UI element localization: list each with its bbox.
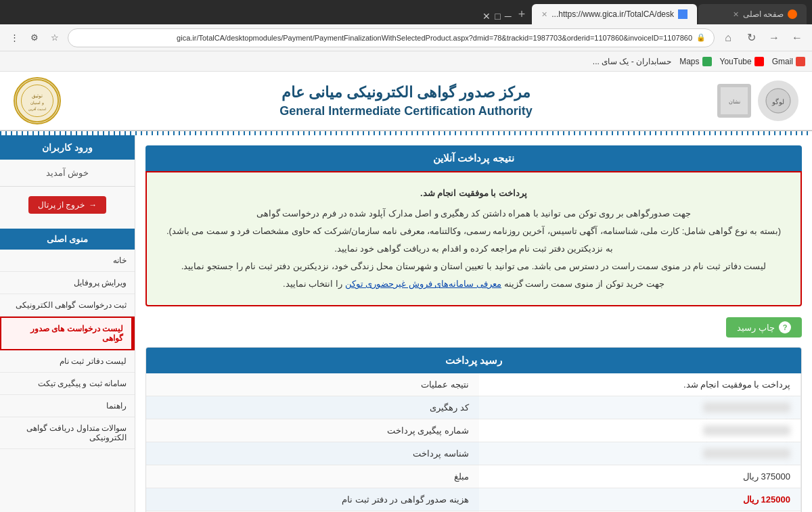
sidebar-logout-area: → خروج از پرتال bbox=[0, 187, 135, 223]
result-line6: جهت خرید توکن از منوی سمت راست گزینه معر… bbox=[160, 275, 787, 293]
tab2-label: https://www.gica.ir/TotalCA/desk... bbox=[551, 9, 674, 19]
bookmarks-bar: Gmail YouTube Maps حسابداران - یک سای ..… bbox=[0, 51, 812, 72]
cell-label: مبلغ bbox=[146, 465, 479, 488]
tab-2[interactable]: https://www.gica.ir/TotalCA/desk... ✕ bbox=[532, 4, 697, 24]
sidebar-link-home[interactable]: خانه bbox=[0, 250, 135, 271]
forward-button[interactable]: → bbox=[765, 28, 784, 47]
youtube-icon bbox=[754, 57, 764, 66]
main-layout: نتیجه پرداخت آنلاین پرداخت با موفقیت انج… bbox=[0, 135, 812, 512]
svg-text:نشان: نشان bbox=[729, 99, 740, 105]
site-title-en: General Intermediate Certification Autho… bbox=[95, 104, 717, 118]
cell-label: کد رهگیری bbox=[146, 396, 479, 419]
secondary-logo: نشان bbox=[717, 84, 751, 118]
nav-actions: ☆ ⚙ ⋮ bbox=[5, 29, 64, 47]
sidebar-item-profile[interactable]: ویرایش پروفایل bbox=[0, 272, 135, 294]
table-row: 375000 ریال مبلغ bbox=[146, 465, 801, 488]
refresh-button[interactable]: ↻ bbox=[742, 28, 761, 47]
sidebar-link-cert-list[interactable]: لیست درخواست های صدور گواهی bbox=[1, 318, 133, 349]
tab1-label: صفحه اصلی bbox=[743, 9, 784, 19]
browser-nav: ← → ↻ ⌂ 🔒 gica.ir/TotalCA/desktopmodules… bbox=[0, 24, 812, 51]
bookmark-maps[interactable]: Maps bbox=[679, 57, 711, 66]
sidebar-menu-header: منوی اصلی bbox=[0, 229, 135, 250]
extensions-button[interactable]: ⚙ bbox=[26, 29, 43, 47]
svg-text:و امنیان: و امنیان bbox=[30, 101, 44, 106]
cell-fee: 125000 ریال bbox=[479, 488, 800, 511]
receipt-table: پرداخت با موفقیت انجام شد. نتیجه عملیات … bbox=[146, 373, 801, 512]
cell-amount: 375000 ریال bbox=[479, 465, 800, 488]
payment-result-title: نتیجه پرداخت آنلاین bbox=[145, 145, 802, 171]
bookmark-youtube[interactable]: YouTube bbox=[720, 57, 764, 66]
main-content: نتیجه پرداخت آنلاین پرداخت با موفقیت انج… bbox=[135, 135, 812, 512]
sidebar-link-ticket[interactable]: سامانه ثبت و پیگیری تیکت bbox=[0, 373, 135, 394]
tab2-favicon bbox=[678, 9, 687, 19]
sidebar-item-ticket[interactable]: سامانه ثبت و پیگیری تیکت bbox=[0, 373, 135, 395]
close-window-button[interactable]: ✕ bbox=[482, 11, 491, 22]
sidebar-item-offices[interactable]: لیست دفاتر ثبت نام bbox=[0, 350, 135, 373]
minimize-button[interactable]: ─ bbox=[505, 11, 512, 22]
sidebar-item-faq[interactable]: سوالات متداول دریافت گواهی الکترونیکی bbox=[0, 417, 135, 449]
tab-1[interactable]: صفحه اصلی ✕ bbox=[698, 4, 807, 24]
svg-text:امنیت آفرین: امنیت آفرین bbox=[28, 107, 45, 112]
receipt-section: رسید پرداخت پرداخت با موفقیت انجام شد. ن… bbox=[145, 347, 802, 512]
sidebar-item-home[interactable]: خانه bbox=[0, 250, 135, 272]
site-title-fa: مرکز صدور گواهی الکترونیکی میانی عام bbox=[95, 84, 717, 101]
cell-label: شناسه پرداخت bbox=[146, 442, 479, 465]
sidebar-login-header: ورود کاربران bbox=[0, 135, 135, 160]
sidebar-link-offices[interactable]: لیست دفاتر ثبت نام bbox=[0, 350, 135, 372]
token-sales-link[interactable]: معرفی سامانه‌های فروش غیرحضوری توکن bbox=[345, 279, 501, 289]
header-logos: لوگو نشان bbox=[717, 80, 798, 121]
gmail-icon bbox=[796, 57, 805, 66]
sidebar-item-guide[interactable]: راهنما bbox=[0, 395, 135, 417]
lock-icon: 🔒 bbox=[696, 33, 706, 42]
sidebar-item-register-cert[interactable]: ثبت درخواست گواهی الکترونیکی bbox=[0, 294, 135, 317]
cell-value: نتیجه عملیات bbox=[146, 373, 479, 396]
logout-button[interactable]: → خروج از پرتال bbox=[28, 196, 107, 214]
result-line5: لیست دفاتر ثبت نام در منوی سمت راست در د… bbox=[160, 258, 787, 275]
home-button[interactable]: ⌂ bbox=[719, 28, 738, 47]
cell-label: پرداخت با موفقیت انجام شد. bbox=[479, 373, 800, 396]
tab2-close[interactable]: ✕ bbox=[541, 10, 547, 19]
result-line1: پرداخت با موفقیت انجام شد. bbox=[160, 185, 787, 202]
cell-blurred: ██████████████ bbox=[479, 442, 800, 465]
sidebar-link-register-cert[interactable]: ثبت درخواست گواهی الکترونیکی bbox=[0, 294, 135, 316]
cell-label: شماره پیگیری پرداخت bbox=[146, 419, 479, 442]
browser-window: صفحه اصلی ✕ https://www.gica.ir/TotalCA/… bbox=[0, 0, 812, 72]
cell-label: هزینه صدور گواهی در دفتر ثبت نام bbox=[146, 488, 479, 511]
bookmark-gmail[interactable]: Gmail bbox=[772, 57, 805, 66]
cell-blurred: ██████████████ bbox=[479, 396, 800, 419]
address-bar[interactable]: 🔒 gica.ir/TotalCA/desktopmodules/Payment… bbox=[68, 28, 715, 47]
sidebar-item-cert-list[interactable]: لیست درخواست های صدور گواهی bbox=[0, 317, 135, 350]
receipt-title: رسید پرداخت bbox=[146, 348, 801, 373]
new-tab-button[interactable]: + bbox=[513, 7, 531, 22]
site-header: لوگو نشان مرکز صدور گواهی الکترونیکی میا… bbox=[0, 72, 812, 131]
print-receipt-button[interactable]: ? چاپ رسید bbox=[726, 317, 802, 338]
header-center: مرکز صدور گواهی الکترونیکی میانی عام Gen… bbox=[95, 84, 717, 118]
table-row: پرداخت با موفقیت انجام شد. نتیجه عملیات bbox=[146, 373, 801, 396]
sidebar-link-faq[interactable]: سوالات متداول دریافت گواهی الکترونیکی bbox=[0, 417, 135, 448]
sidebar-link-guide[interactable]: راهنما bbox=[0, 395, 135, 417]
logout-arrow-icon: → bbox=[89, 200, 97, 210]
result-message-box: پرداخت با موفقیت انجام شد. جهت صدورگواهی… bbox=[145, 171, 802, 306]
cell-blurred: ██████████████ bbox=[479, 419, 800, 442]
sidebar-menu: خانه ویرایش پروفایل ثبت درخواست گواهی ال… bbox=[0, 250, 135, 449]
result-line4: به نزدیکترین دفتر ثبت نام مراجعه کرده و … bbox=[160, 240, 787, 258]
menu-button[interactable]: ⋮ bbox=[5, 29, 23, 47]
maps-icon bbox=[702, 57, 712, 66]
sidebar: ورود کاربران خوش آمدید → خروج از پرتال م… bbox=[0, 135, 135, 512]
tab1-close[interactable]: ✕ bbox=[733, 10, 739, 19]
sidebar-link-profile[interactable]: ویرایش پروفایل bbox=[0, 272, 135, 294]
bookmark-star-button[interactable]: ☆ bbox=[46, 29, 64, 47]
table-row: ██████████████ کد رهگیری bbox=[146, 396, 801, 419]
svg-text:توثیق: توثیق bbox=[32, 93, 43, 99]
authority-seal: توثیق و امنیان امنیت آفرین bbox=[14, 77, 61, 124]
question-icon: ? bbox=[779, 321, 791, 333]
bookmark-hesabdaran[interactable]: حسابداران - یک سای ... bbox=[593, 57, 671, 66]
table-row: 125000 ریال هزینه صدور گواهی در دفتر ثبت… bbox=[146, 488, 801, 511]
back-button[interactable]: ← bbox=[788, 28, 807, 47]
table-row: ██████████████ شماره پیگیری پرداخت bbox=[146, 419, 801, 442]
maximize-button[interactable]: □ bbox=[495, 11, 500, 22]
result-line3: (بسته به نوع گواهی شامل: کارت ملی، شناسن… bbox=[160, 223, 787, 240]
main-logo: لوگو bbox=[758, 80, 798, 121]
result-line2: جهت صدورگواهی بر روی توکن می توانید با ه… bbox=[160, 205, 787, 223]
browser-tabs: صفحه اصلی ✕ https://www.gica.ir/TotalCA/… bbox=[0, 0, 812, 24]
